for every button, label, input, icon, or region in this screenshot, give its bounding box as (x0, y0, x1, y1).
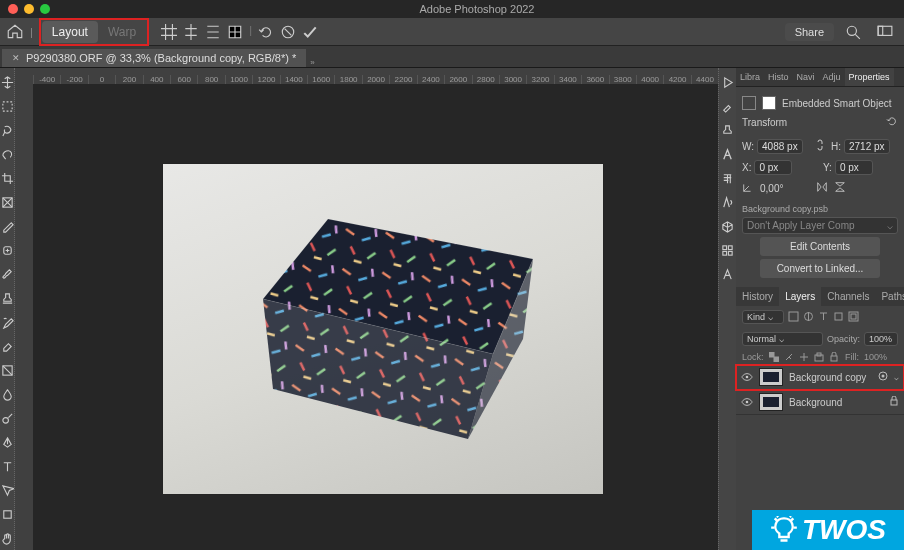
flip-v-icon[interactable] (834, 181, 846, 195)
filter-shape-icon[interactable] (833, 311, 844, 324)
convert-to-linked-button[interactable]: Convert to Linked... (760, 259, 880, 278)
lock-transparency-icon[interactable] (769, 352, 779, 362)
smart-filter-icon[interactable] (878, 371, 888, 383)
tab-channels[interactable]: Channels (821, 287, 875, 306)
layer-name-label[interactable]: Background copy (789, 372, 872, 383)
paragraph-panel-icon[interactable] (721, 172, 734, 185)
grid-icon[interactable] (161, 24, 177, 40)
type-tool-icon[interactable] (1, 460, 14, 473)
warp-grid-icon[interactable] (227, 24, 243, 40)
search-icon[interactable] (845, 24, 861, 40)
clone-source-icon[interactable] (721, 124, 734, 137)
gradient-tool-icon[interactable] (1, 364, 14, 377)
fill-field[interactable]: 100% (864, 352, 898, 362)
swatches-panel-icon[interactable] (721, 244, 734, 257)
document-image[interactable] (163, 164, 603, 494)
layer-thumbnail[interactable] (759, 393, 783, 411)
warp-mode-button[interactable]: Warp (98, 21, 146, 43)
path-tool-icon[interactable] (1, 484, 14, 497)
opacity-field[interactable]: 100% (864, 332, 898, 346)
tab-libraries[interactable]: Libra (736, 68, 764, 86)
play-icon[interactable] (721, 76, 734, 89)
marquee-tool-icon[interactable] (1, 100, 14, 113)
dodge-tool-icon[interactable] (1, 412, 14, 425)
lasso-tool-icon[interactable] (1, 124, 14, 137)
tab-layers[interactable]: Layers (779, 287, 821, 306)
reset-transform-icon[interactable] (886, 115, 898, 129)
link-wh-icon[interactable] (815, 138, 825, 154)
cancel-icon[interactable] (280, 24, 296, 40)
frame-tool-icon[interactable] (1, 196, 14, 209)
layer-row-background[interactable]: Background (736, 390, 904, 415)
lock-position-icon[interactable] (799, 352, 809, 362)
layer-row-background-copy[interactable]: Background copy ⌵ (736, 365, 904, 390)
close-tab-icon[interactable]: ✕ (12, 53, 20, 63)
chevron-down-icon[interactable]: ⌵ (894, 373, 899, 382)
filter-pixel-icon[interactable] (788, 311, 799, 324)
glyphs-panel-icon[interactable] (721, 196, 734, 209)
tab-navigator[interactable]: Navi (793, 68, 819, 86)
styles-panel-icon[interactable] (721, 268, 734, 281)
pen-tool-icon[interactable] (1, 436, 14, 449)
blur-tool-icon[interactable] (1, 388, 14, 401)
minimize-window-button[interactable] (24, 4, 34, 14)
tab-properties[interactable]: Properties (845, 68, 894, 86)
commit-icon[interactable] (302, 24, 318, 40)
align-center-icon[interactable] (183, 24, 199, 40)
document-tab[interactable]: ✕ P9290380.ORF @ 33,3% (Background copy,… (2, 49, 306, 67)
tab-histogram[interactable]: Histo (764, 68, 793, 86)
tab-overflow-icon[interactable]: » (310, 58, 314, 67)
flip-h-icon[interactable] (816, 181, 828, 195)
canvas[interactable] (33, 84, 718, 550)
shape-tool-icon[interactable] (1, 508, 14, 521)
selection-tool-icon[interactable] (1, 148, 14, 161)
lock-nest-icon[interactable] (814, 352, 824, 362)
3d-panel-icon[interactable] (721, 220, 734, 233)
brush-panel-icon[interactable] (721, 100, 734, 113)
healing-tool-icon[interactable] (1, 244, 14, 257)
angle-field[interactable]: 0,00° (760, 183, 810, 194)
visibility-toggle-icon[interactable] (741, 396, 753, 408)
character-panel-icon[interactable] (721, 148, 734, 161)
tab-adjustments[interactable]: Adju (819, 68, 845, 86)
brush-tool-icon[interactable] (1, 268, 14, 281)
filter-smart-icon[interactable] (848, 311, 859, 324)
distribute-icon[interactable] (205, 24, 221, 40)
tab-paths[interactable]: Paths (875, 287, 904, 306)
x-field[interactable]: 0 px (754, 160, 792, 175)
home-icon[interactable] (6, 23, 24, 41)
move-tool-icon[interactable] (1, 76, 14, 89)
vertical-ruler[interactable] (15, 68, 33, 550)
hand-tool-icon[interactable] (1, 532, 14, 545)
share-button[interactable]: Share (785, 23, 834, 41)
edit-contents-button[interactable]: Edit Contents (760, 237, 880, 256)
eraser-tool-icon[interactable] (1, 340, 14, 353)
svg-rect-22 (723, 246, 727, 250)
workspace-icon[interactable] (877, 24, 893, 40)
stamp-tool-icon[interactable] (1, 292, 14, 305)
reset-icon[interactable] (258, 24, 274, 40)
maximize-window-button[interactable] (40, 4, 50, 14)
tab-history[interactable]: History (736, 287, 779, 306)
width-field[interactable]: 4088 px (757, 139, 803, 154)
layout-mode-button[interactable]: Layout (42, 21, 98, 43)
close-window-button[interactable] (8, 4, 18, 14)
filter-type-icon[interactable] (818, 311, 829, 324)
height-field[interactable]: 2712 px (844, 139, 890, 154)
layer-comp-dropdown[interactable]: Don't Apply Layer Comp⌵ (742, 217, 898, 234)
horizontal-ruler[interactable]: -400-20002004006008001000120014001600180… (33, 68, 718, 84)
layer-name-label[interactable]: Background (789, 397, 883, 408)
crop-tool-icon[interactable] (1, 172, 14, 185)
eyedropper-tool-icon[interactable] (1, 220, 14, 233)
layer-thumbnail[interactable] (759, 368, 783, 386)
blend-mode-dropdown[interactable]: Normal ⌵ (742, 332, 823, 346)
y-field[interactable]: 0 px (835, 160, 873, 175)
svg-rect-32 (774, 357, 779, 362)
layer-filter-row: Kind ⌵ (736, 306, 904, 328)
lock-image-icon[interactable] (784, 352, 794, 362)
lock-all-icon[interactable] (829, 352, 839, 362)
layer-filter-kind-dropdown[interactable]: Kind ⌵ (742, 310, 784, 324)
filter-adjust-icon[interactable] (803, 311, 814, 324)
history-brush-tool-icon[interactable] (1, 316, 14, 329)
visibility-toggle-icon[interactable] (741, 371, 753, 383)
